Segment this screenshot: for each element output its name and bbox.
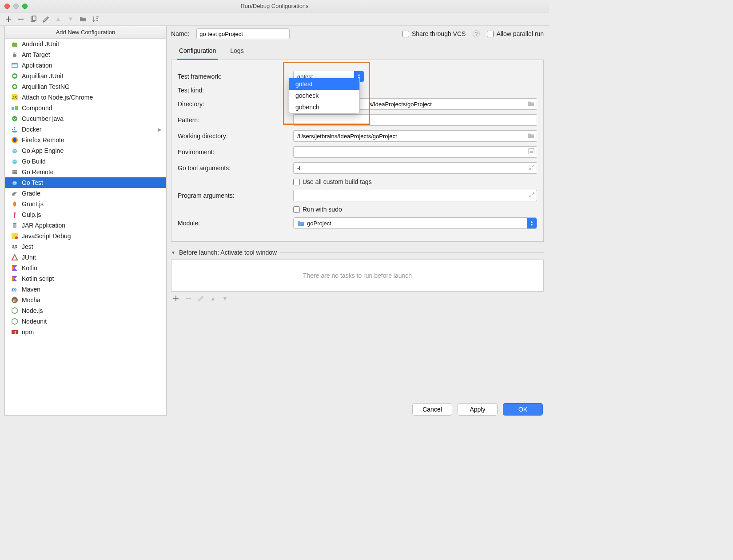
browse-folder-icon[interactable] bbox=[527, 132, 534, 140]
svg-point-11 bbox=[13, 85, 16, 88]
config-type-maven[interactable]: mMaven bbox=[5, 284, 166, 295]
name-label: Name: bbox=[171, 30, 189, 37]
apply-button[interactable]: Apply bbox=[458, 403, 498, 416]
svg-point-18 bbox=[15, 118, 16, 119]
config-type-list: Add New Configuration Android JUnitAnt T… bbox=[4, 26, 167, 416]
config-type-attach-to-node-js-chrome[interactable]: JSAttach to Node.js/Chrome bbox=[5, 92, 166, 103]
config-type-gulp-js[interactable]: Gulp.js bbox=[5, 209, 166, 220]
dropdown-option-gobench[interactable]: gobench bbox=[289, 101, 359, 113]
chevron-down-icon[interactable]: ▼ bbox=[171, 250, 175, 255]
up-icon[interactable]: ▲ bbox=[54, 15, 62, 23]
help-icon[interactable]: ? bbox=[473, 30, 480, 37]
down-icon[interactable]: ▼ bbox=[67, 15, 75, 23]
dropdown-option-gotest[interactable]: gotest bbox=[289, 78, 359, 90]
share-vcs-checkbox[interactable]: Share through VCS bbox=[402, 30, 466, 37]
config-type-label: Docker bbox=[22, 126, 41, 133]
expand-icon[interactable] bbox=[529, 165, 534, 172]
config-type-label: Grunt.js bbox=[22, 200, 44, 208]
share-vcs-label: Share through VCS bbox=[412, 30, 466, 37]
settings-icon[interactable] bbox=[42, 15, 50, 23]
arq-icon bbox=[11, 72, 18, 80]
config-type-javascript-debug[interactable]: JavaScript Debug bbox=[5, 231, 166, 241]
config-type-label: Go App Engine bbox=[22, 147, 64, 154]
folder-icon[interactable] bbox=[79, 15, 87, 23]
svg-rect-41 bbox=[14, 216, 15, 218]
config-type-label: Jest bbox=[22, 243, 33, 250]
zoom-window-icon[interactable] bbox=[22, 4, 28, 9]
use-tags-checkbox[interactable]: Use all custom build tags bbox=[293, 178, 372, 185]
svg-point-40 bbox=[15, 182, 16, 183]
config-type-arquillian-testng[interactable]: Arquillian TestNG bbox=[5, 81, 166, 92]
tab-logs[interactable]: Logs bbox=[228, 44, 245, 60]
gradle-icon bbox=[11, 190, 18, 197]
env-input[interactable] bbox=[293, 146, 537, 158]
config-type-label: Mocha bbox=[22, 296, 40, 304]
config-type-junit[interactable]: JUnit bbox=[5, 252, 166, 263]
config-type-cucumber-java[interactable]: Cucumber java bbox=[5, 113, 166, 124]
config-type-firefox-remote[interactable]: Firefox Remote bbox=[5, 135, 166, 145]
kotlin-icon bbox=[11, 264, 18, 272]
browse-folder-icon[interactable] bbox=[527, 100, 534, 108]
config-type-label: Gradle bbox=[22, 190, 40, 197]
cancel-button[interactable]: Cancel bbox=[412, 403, 452, 416]
dropdown-option-gocheck[interactable]: gocheck bbox=[289, 90, 359, 101]
config-type-android-junit[interactable]: Android JUnit bbox=[5, 39, 166, 49]
jar-icon bbox=[11, 222, 18, 229]
svg-point-29 bbox=[15, 150, 16, 151]
remove-icon[interactable] bbox=[17, 15, 25, 23]
config-type-go-remote[interactable]: Go Remote bbox=[5, 167, 166, 177]
before-launch-empty: There are no tasks to run before launch bbox=[171, 260, 544, 292]
expand-icon[interactable] bbox=[529, 192, 534, 199]
config-type-mocha[interactable]: mMocha bbox=[5, 295, 166, 305]
config-type-go-app-engine[interactable]: Go App Engine bbox=[5, 145, 166, 156]
pattern-label: Pattern: bbox=[178, 116, 293, 124]
add-icon[interactable] bbox=[173, 295, 179, 303]
config-type-jar-application[interactable]: JAR Application bbox=[5, 220, 166, 231]
config-type-gradle[interactable]: Gradle bbox=[5, 188, 166, 199]
sort-icon[interactable] bbox=[92, 15, 100, 23]
config-type-kotlin-script[interactable]: Kotlin script bbox=[5, 273, 166, 284]
minimize-window-icon[interactable] bbox=[13, 4, 19, 9]
name-input[interactable] bbox=[196, 28, 290, 39]
svg-rect-21 bbox=[14, 129, 15, 130]
svg-point-47 bbox=[15, 245, 17, 247]
module-label: Module: bbox=[178, 220, 293, 227]
sudo-checkbox[interactable]: Run with sudo bbox=[293, 206, 342, 213]
config-type-npm[interactable]: npm bbox=[5, 327, 166, 337]
tab-configuration[interactable]: Configuration bbox=[177, 44, 218, 60]
svg-rect-7 bbox=[12, 63, 17, 64]
test-kind-label: Test kind: bbox=[178, 87, 293, 94]
workdir-input[interactable] bbox=[293, 130, 537, 142]
module-select[interactable]: goProject ▲▼ bbox=[293, 217, 537, 229]
copy-icon[interactable] bbox=[29, 15, 37, 23]
config-type-node-js[interactable]: Node.js bbox=[5, 305, 166, 316]
close-window-icon[interactable] bbox=[4, 4, 10, 9]
config-type-application[interactable]: Application bbox=[5, 60, 166, 71]
progargs-input[interactable] bbox=[293, 190, 537, 201]
add-icon[interactable] bbox=[4, 15, 12, 23]
config-type-compound[interactable]: Compound bbox=[5, 103, 166, 113]
pattern-input[interactable] bbox=[293, 114, 537, 126]
progargs-label: Program arguments: bbox=[178, 192, 293, 199]
allow-parallel-checkbox[interactable]: Allow parallel run bbox=[487, 30, 544, 37]
node-icon bbox=[11, 307, 18, 314]
config-list-header: Add New Configuration bbox=[5, 26, 166, 39]
docker-icon bbox=[11, 126, 18, 133]
config-type-go-build[interactable]: Go Build bbox=[5, 156, 166, 167]
svg-point-28 bbox=[13, 150, 14, 151]
config-type-ant-target[interactable]: Ant Target bbox=[5, 49, 166, 60]
config-type-arquillian-junit[interactable]: Arquillian JUnit bbox=[5, 71, 166, 81]
svg-rect-54 bbox=[301, 224, 303, 226]
junit-icon bbox=[11, 254, 18, 261]
gotoolargs-input[interactable] bbox=[293, 162, 537, 174]
svg-point-19 bbox=[14, 119, 15, 120]
config-type-jest[interactable]: Jest bbox=[5, 241, 166, 252]
ok-button[interactable]: OK bbox=[503, 403, 543, 416]
config-type-nodeunit[interactable]: Nodeunit bbox=[5, 316, 166, 327]
config-type-kotlin[interactable]: Kotlin bbox=[5, 263, 166, 273]
list-icon[interactable] bbox=[528, 148, 534, 156]
up-icon: ▲ bbox=[210, 295, 216, 303]
config-type-go-test[interactable]: Go Test bbox=[5, 177, 166, 188]
config-type-grunt-js[interactable]: Grunt.js bbox=[5, 199, 166, 209]
config-type-docker[interactable]: Docker▶ bbox=[5, 124, 166, 135]
